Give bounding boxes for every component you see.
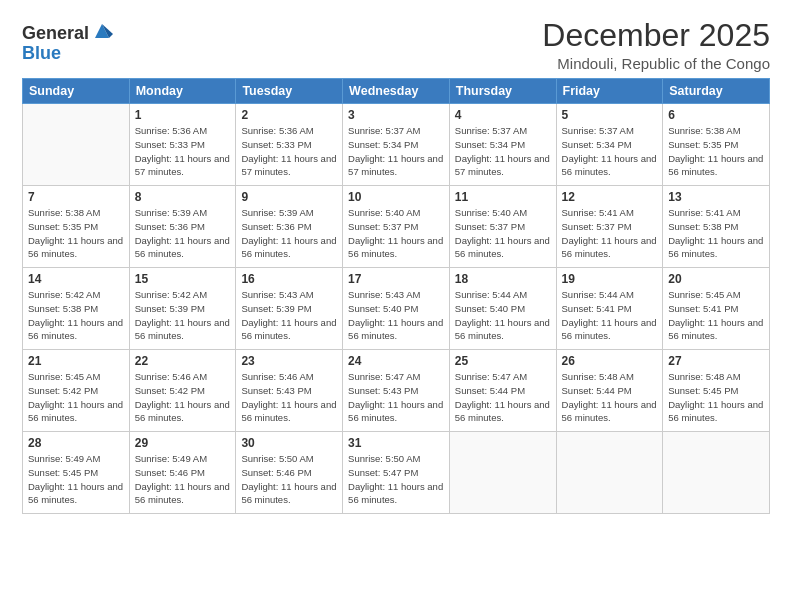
day-number: 23 <box>241 354 337 368</box>
table-row: 26Sunrise: 5:48 AMSunset: 5:44 PMDayligh… <box>556 350 663 432</box>
day-number: 19 <box>562 272 658 286</box>
col-sunday: Sunday <box>23 79 130 104</box>
table-row: 24Sunrise: 5:47 AMSunset: 5:43 PMDayligh… <box>343 350 450 432</box>
day-number: 4 <box>455 108 551 122</box>
day-number: 17 <box>348 272 444 286</box>
calendar-body: 1Sunrise: 5:36 AMSunset: 5:33 PMDaylight… <box>23 104 770 514</box>
day-number: 2 <box>241 108 337 122</box>
day-info: Sunrise: 5:40 AMSunset: 5:37 PMDaylight:… <box>348 206 444 261</box>
table-row: 14Sunrise: 5:42 AMSunset: 5:38 PMDayligh… <box>23 268 130 350</box>
day-info: Sunrise: 5:39 AMSunset: 5:36 PMDaylight:… <box>241 206 337 261</box>
table-row: 31Sunrise: 5:50 AMSunset: 5:47 PMDayligh… <box>343 432 450 514</box>
table-row: 18Sunrise: 5:44 AMSunset: 5:40 PMDayligh… <box>449 268 556 350</box>
day-number: 8 <box>135 190 231 204</box>
day-number: 24 <box>348 354 444 368</box>
table-row: 1Sunrise: 5:36 AMSunset: 5:33 PMDaylight… <box>129 104 236 186</box>
table-row: 20Sunrise: 5:45 AMSunset: 5:41 PMDayligh… <box>663 268 770 350</box>
table-row: 3Sunrise: 5:37 AMSunset: 5:34 PMDaylight… <box>343 104 450 186</box>
table-row: 30Sunrise: 5:50 AMSunset: 5:46 PMDayligh… <box>236 432 343 514</box>
table-row: 23Sunrise: 5:46 AMSunset: 5:43 PMDayligh… <box>236 350 343 432</box>
table-row: 9Sunrise: 5:39 AMSunset: 5:36 PMDaylight… <box>236 186 343 268</box>
day-number: 14 <box>28 272 124 286</box>
day-number: 3 <box>348 108 444 122</box>
table-row: 21Sunrise: 5:45 AMSunset: 5:42 PMDayligh… <box>23 350 130 432</box>
day-info: Sunrise: 5:44 AMSunset: 5:40 PMDaylight:… <box>455 288 551 343</box>
col-monday: Monday <box>129 79 236 104</box>
table-row: 28Sunrise: 5:49 AMSunset: 5:45 PMDayligh… <box>23 432 130 514</box>
header: General Blue December 2025 Mindouli, Rep… <box>22 18 770 72</box>
day-number: 30 <box>241 436 337 450</box>
day-number: 22 <box>135 354 231 368</box>
day-info: Sunrise: 5:37 AMSunset: 5:34 PMDaylight:… <box>348 124 444 179</box>
day-info: Sunrise: 5:39 AMSunset: 5:36 PMDaylight:… <box>135 206 231 261</box>
table-row: 19Sunrise: 5:44 AMSunset: 5:41 PMDayligh… <box>556 268 663 350</box>
day-number: 1 <box>135 108 231 122</box>
day-info: Sunrise: 5:46 AMSunset: 5:42 PMDaylight:… <box>135 370 231 425</box>
day-number: 31 <box>348 436 444 450</box>
day-info: Sunrise: 5:41 AMSunset: 5:37 PMDaylight:… <box>562 206 658 261</box>
day-number: 7 <box>28 190 124 204</box>
table-row: 10Sunrise: 5:40 AMSunset: 5:37 PMDayligh… <box>343 186 450 268</box>
day-info: Sunrise: 5:40 AMSunset: 5:37 PMDaylight:… <box>455 206 551 261</box>
day-info: Sunrise: 5:43 AMSunset: 5:39 PMDaylight:… <box>241 288 337 343</box>
logo-icon <box>91 20 113 42</box>
table-row: 4Sunrise: 5:37 AMSunset: 5:34 PMDaylight… <box>449 104 556 186</box>
table-row: 25Sunrise: 5:47 AMSunset: 5:44 PMDayligh… <box>449 350 556 432</box>
day-number: 27 <box>668 354 764 368</box>
day-info: Sunrise: 5:38 AMSunset: 5:35 PMDaylight:… <box>28 206 124 261</box>
day-info: Sunrise: 5:50 AMSunset: 5:46 PMDaylight:… <box>241 452 337 507</box>
day-number: 11 <box>455 190 551 204</box>
day-info: Sunrise: 5:41 AMSunset: 5:38 PMDaylight:… <box>668 206 764 261</box>
logo-blue: Blue <box>22 44 113 62</box>
table-row: 8Sunrise: 5:39 AMSunset: 5:36 PMDaylight… <box>129 186 236 268</box>
table-row: 2Sunrise: 5:36 AMSunset: 5:33 PMDaylight… <box>236 104 343 186</box>
table-row: 29Sunrise: 5:49 AMSunset: 5:46 PMDayligh… <box>129 432 236 514</box>
table-row: 11Sunrise: 5:40 AMSunset: 5:37 PMDayligh… <box>449 186 556 268</box>
day-info: Sunrise: 5:48 AMSunset: 5:44 PMDaylight:… <box>562 370 658 425</box>
day-info: Sunrise: 5:45 AMSunset: 5:41 PMDaylight:… <box>668 288 764 343</box>
day-info: Sunrise: 5:42 AMSunset: 5:39 PMDaylight:… <box>135 288 231 343</box>
title-block: December 2025 Mindouli, Republic of the … <box>542 18 770 72</box>
day-info: Sunrise: 5:37 AMSunset: 5:34 PMDaylight:… <box>455 124 551 179</box>
day-number: 21 <box>28 354 124 368</box>
day-info: Sunrise: 5:49 AMSunset: 5:46 PMDaylight:… <box>135 452 231 507</box>
table-row: 27Sunrise: 5:48 AMSunset: 5:45 PMDayligh… <box>663 350 770 432</box>
logo-general: General <box>22 24 89 42</box>
day-number: 6 <box>668 108 764 122</box>
day-info: Sunrise: 5:49 AMSunset: 5:45 PMDaylight:… <box>28 452 124 507</box>
col-tuesday: Tuesday <box>236 79 343 104</box>
calendar-header-row: Sunday Monday Tuesday Wednesday Thursday… <box>23 79 770 104</box>
calendar-week-row: 7Sunrise: 5:38 AMSunset: 5:35 PMDaylight… <box>23 186 770 268</box>
location-title: Mindouli, Republic of the Congo <box>542 55 770 72</box>
day-number: 9 <box>241 190 337 204</box>
table-row: 15Sunrise: 5:42 AMSunset: 5:39 PMDayligh… <box>129 268 236 350</box>
day-number: 5 <box>562 108 658 122</box>
day-number: 13 <box>668 190 764 204</box>
logo: General Blue <box>22 22 113 62</box>
calendar-week-row: 28Sunrise: 5:49 AMSunset: 5:45 PMDayligh… <box>23 432 770 514</box>
col-friday: Friday <box>556 79 663 104</box>
table-row: 17Sunrise: 5:43 AMSunset: 5:40 PMDayligh… <box>343 268 450 350</box>
day-info: Sunrise: 5:48 AMSunset: 5:45 PMDaylight:… <box>668 370 764 425</box>
day-info: Sunrise: 5:43 AMSunset: 5:40 PMDaylight:… <box>348 288 444 343</box>
calendar-week-row: 14Sunrise: 5:42 AMSunset: 5:38 PMDayligh… <box>23 268 770 350</box>
day-number: 28 <box>28 436 124 450</box>
day-number: 18 <box>455 272 551 286</box>
table-row: 13Sunrise: 5:41 AMSunset: 5:38 PMDayligh… <box>663 186 770 268</box>
day-info: Sunrise: 5:46 AMSunset: 5:43 PMDaylight:… <box>241 370 337 425</box>
day-number: 25 <box>455 354 551 368</box>
table-row <box>663 432 770 514</box>
day-number: 29 <box>135 436 231 450</box>
table-row: 6Sunrise: 5:38 AMSunset: 5:35 PMDaylight… <box>663 104 770 186</box>
day-info: Sunrise: 5:47 AMSunset: 5:44 PMDaylight:… <box>455 370 551 425</box>
day-info: Sunrise: 5:38 AMSunset: 5:35 PMDaylight:… <box>668 124 764 179</box>
day-info: Sunrise: 5:36 AMSunset: 5:33 PMDaylight:… <box>241 124 337 179</box>
table-row: 16Sunrise: 5:43 AMSunset: 5:39 PMDayligh… <box>236 268 343 350</box>
day-info: Sunrise: 5:44 AMSunset: 5:41 PMDaylight:… <box>562 288 658 343</box>
table-row <box>449 432 556 514</box>
day-number: 26 <box>562 354 658 368</box>
col-wednesday: Wednesday <box>343 79 450 104</box>
day-info: Sunrise: 5:50 AMSunset: 5:47 PMDaylight:… <box>348 452 444 507</box>
calendar-week-row: 1Sunrise: 5:36 AMSunset: 5:33 PMDaylight… <box>23 104 770 186</box>
table-row: 7Sunrise: 5:38 AMSunset: 5:35 PMDaylight… <box>23 186 130 268</box>
